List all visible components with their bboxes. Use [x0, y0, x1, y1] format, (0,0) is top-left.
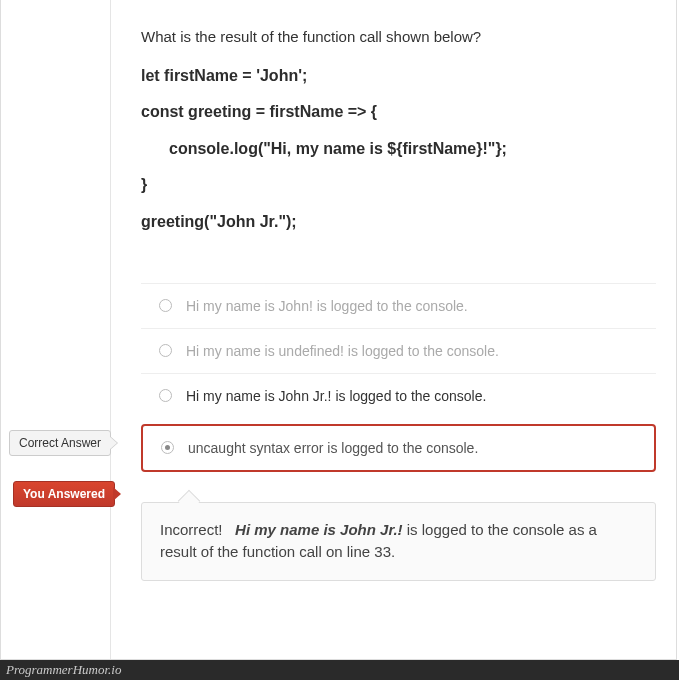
correct-answer-tag-label: Correct Answer — [19, 436, 101, 450]
answer-option-label: uncaught syntax error is logged to the c… — [188, 440, 478, 456]
radio-icon — [159, 344, 172, 357]
answer-option-a[interactable]: Hi my name is John! is logged to the con… — [141, 283, 656, 328]
correct-answer-tag: Correct Answer — [9, 430, 111, 456]
radio-icon — [159, 299, 172, 312]
question-text: What is the result of the function call … — [141, 28, 656, 45]
left-sidebar — [1, 0, 111, 659]
code-line-5: greeting("John Jr."); — [141, 211, 656, 233]
answer-list: Hi my name is John! is logged to the con… — [141, 283, 656, 472]
answer-option-label: Hi my name is undefined! is logged to th… — [186, 343, 499, 359]
answer-option-d[interactable]: uncaught syntax error is logged to the c… — [141, 424, 656, 472]
watermark-text: ProgrammerHumor.io — [6, 662, 121, 677]
feedback-bold: Hi my name is John Jr.! — [235, 521, 403, 538]
answer-option-c[interactable]: Hi my name is John Jr.! is logged to the… — [141, 373, 656, 418]
code-line-3: console.log("Hi, my name is ${firstName}… — [141, 138, 656, 160]
answer-option-label: Hi my name is John! is logged to the con… — [186, 298, 468, 314]
feedback-label: Incorrect! — [160, 521, 223, 538]
code-block: let firstName = 'John'; const greeting =… — [141, 65, 656, 233]
radio-icon — [159, 389, 172, 402]
you-answered-tag: You Answered — [13, 481, 115, 507]
code-line-4: } — [141, 174, 656, 196]
code-line-1: let firstName = 'John'; — [141, 65, 656, 87]
radio-icon-selected — [161, 441, 174, 454]
answer-option-b[interactable]: Hi my name is undefined! is logged to th… — [141, 328, 656, 373]
feedback-box: Incorrect! Hi my name is John Jr.! is lo… — [141, 502, 656, 581]
answer-option-label: Hi my name is John Jr.! is logged to the… — [186, 388, 486, 404]
watermark: ProgrammerHumor.io — [0, 660, 679, 680]
you-answered-tag-label: You Answered — [23, 487, 105, 501]
code-line-2: const greeting = firstName => { — [141, 101, 656, 123]
